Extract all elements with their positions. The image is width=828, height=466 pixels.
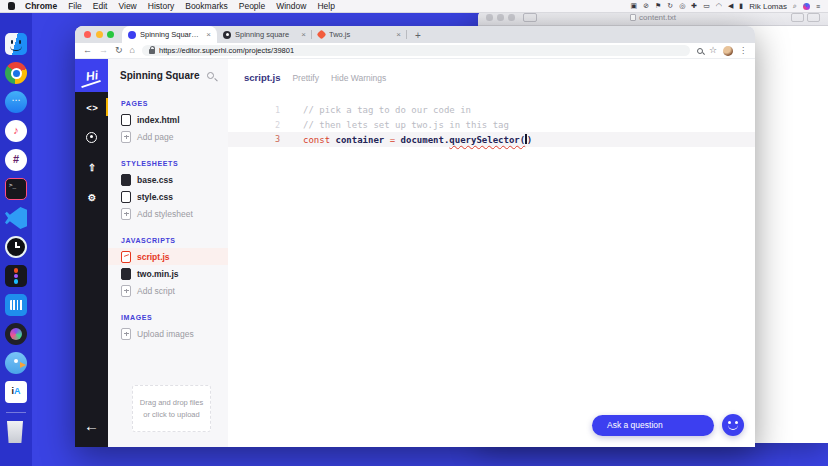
code-comment: // pick a tag to do our code in [280,105,471,115]
add-page-button[interactable]: Add page [108,128,228,145]
apple-icon[interactable] [8,2,15,10]
chat-smiley-button[interactable] [722,414,744,436]
finder-dock-icon[interactable] [5,33,27,55]
preview-button[interactable] [75,122,108,152]
time-machine-icon[interactable]: ◎ [679,2,685,10]
close-tab-icon[interactable]: × [396,30,401,39]
figma-dock-icon[interactable] [5,265,27,287]
file-dropzone[interactable]: Drag and drop files or click to upload [132,385,211,432]
menu-item-history[interactable]: History [148,1,174,11]
tab-spinning-square-superhi[interactable]: Spinning Square - SuperHi × [122,26,217,43]
window-toolbar-buttons[interactable] [791,13,820,22]
zoom-page-icon[interactable] [697,48,703,54]
battery-icon[interactable]: ▮ [739,2,743,10]
file-item-two-min-js[interactable]: two.min.js [108,265,228,282]
spotlight-search-icon[interactable]: ⌕ [793,2,797,10]
section-heading-images: IMAGES [121,314,228,321]
window-traffic-lights[interactable] [75,31,122,43]
menu-app-name[interactable]: Chrome [25,1,57,11]
add-stylesheet-button[interactable]: Add stylesheet [108,205,228,222]
editor-app: Hi < > ⇧ ⚙ ← [75,59,755,447]
macos-menu-bar: Chrome File Edit View History Bookmarks … [0,0,828,13]
bookmark-star-icon[interactable]: ☆ [709,46,717,55]
search-icon[interactable] [207,72,214,79]
menu-item-bookmarks[interactable]: Bookmarks [185,1,228,11]
ia-writer-dock-icon[interactable]: iA [5,381,27,403]
profile-avatar[interactable] [723,46,733,56]
notification-center-icon[interactable]: ≡ [816,3,820,10]
messages-dock-icon[interactable]: ⋯ [5,91,27,113]
gear-icon: ⚙ [88,192,96,203]
menu-item-window[interactable]: Window [276,1,306,11]
code-area[interactable]: 1 // pick a tag to do our code in 2 // t… [228,103,755,147]
open-filename: script.js [244,72,280,83]
do-not-disturb-icon[interactable]: ⊘ [643,2,649,10]
file-item-base-css[interactable]: base.css [108,171,228,188]
terminal-dock-icon[interactable]: >_ [5,178,27,200]
code-view-button[interactable]: < > [75,92,108,122]
share-button[interactable]: ⇧ [75,152,108,182]
intercom-dock-icon[interactable] [5,294,27,316]
screen-capture-icon[interactable]: ▣ [631,2,638,10]
new-tab-button[interactable]: + [407,30,429,43]
menu-item-view[interactable]: View [118,1,136,11]
bird-icon [5,352,27,374]
prettify-button[interactable]: Prettify [292,73,318,83]
code-line-2[interactable]: 2 // then lets set up two.js in this tag [228,118,755,133]
close-window-button[interactable] [84,31,91,38]
user-menu[interactable]: Rik Lomas [749,2,787,11]
screenflow-dock-icon[interactable] [5,323,27,345]
finder-icon [5,33,27,55]
back-button[interactable]: ← [83,46,92,55]
sync-icon[interactable]: ↻ [667,2,673,10]
file-item-style-css[interactable]: style.css [108,188,228,205]
volume-icon[interactable]: ◀ [728,2,733,10]
clock-app-dock-icon[interactable] [5,236,27,258]
upload-images-button[interactable]: Upload images [108,325,228,342]
tab-twojs[interactable]: Two.js × [312,26,407,43]
home-button[interactable]: ⌂ [130,46,135,55]
zoom-window-button[interactable] [107,31,114,38]
address-bar[interactable]: https://editor.superhi.com/projects/3980… [142,45,690,56]
reload-button[interactable]: ↻ [115,46,123,55]
file-icon [121,174,131,186]
tab-spinning-square-preview[interactable]: Spinning square × [217,26,312,43]
twitterrific-dock-icon[interactable] [5,352,27,374]
tab-strip: Spinning Square - SuperHi × Spinning squ… [75,26,755,43]
siri-icon[interactable] [803,3,810,10]
vscode-dock-icon[interactable] [5,207,27,229]
close-tab-icon[interactable]: × [206,30,211,39]
menu-item-edit[interactable]: Edit [93,1,108,11]
url-text[interactable]: https://editor.superhi.com/projects/3980… [159,46,294,55]
hide-warnings-button[interactable]: Hide Warnings [331,73,386,83]
superhi-logo[interactable]: Hi [75,59,108,92]
plus-icon [121,208,131,220]
airdrop-icon[interactable]: ✚ [691,2,697,10]
back-to-dashboard[interactable]: ← [84,417,99,447]
ask-a-question-button[interactable]: Ask a question [592,415,714,436]
slack-dock-icon[interactable]: # [5,149,27,171]
code-editor[interactable]: script.js Prettify Hide Warnings 1 // pi… [228,59,755,447]
onepassword-icon[interactable]: ⚑ [655,2,661,10]
add-script-button[interactable]: Add script [108,282,228,299]
wifi-icon[interactable]: ◠ [716,2,722,10]
code-line-3-active[interactable]: 3 const container = document.querySelect… [228,132,755,147]
chrome-dock-icon[interactable] [5,62,27,84]
dock-divider [6,412,26,413]
ia-writer-icon: iA [5,381,27,403]
music-dock-icon[interactable]: ♪ [5,120,27,142]
menu-item-help[interactable]: Help [317,1,334,11]
file-item-index-html[interactable]: index.html [108,111,228,128]
menu-item-file[interactable]: File [68,1,82,11]
settings-button[interactable]: ⚙ [75,182,108,212]
trash-dock-icon[interactable] [5,421,27,443]
forward-button[interactable]: → [99,46,108,55]
file-item-script-js[interactable]: script.js [108,248,228,265]
browser-menu-icon[interactable]: ⋮ [739,47,747,55]
close-tab-icon[interactable]: × [301,30,306,39]
code-line-1[interactable]: 1 // pick a tag to do our code in [228,103,755,118]
line-number: 1 [228,105,280,115]
display-icon[interactable]: ▭ [703,2,710,10]
menu-item-people[interactable]: People [239,1,265,11]
minimize-window-button[interactable] [96,31,103,38]
